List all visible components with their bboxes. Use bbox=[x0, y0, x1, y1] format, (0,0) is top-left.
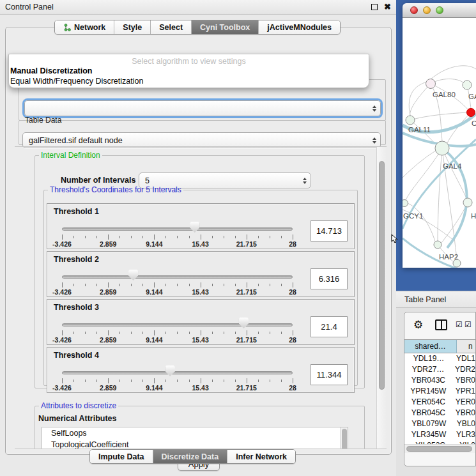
threshold-2-slider-thumb[interactable] bbox=[128, 270, 138, 280]
column-layout-icon[interactable] bbox=[435, 319, 447, 330]
table-row[interactable]: YPR145WYPR1 bbox=[404, 386, 475, 397]
threshold-3-label: Threshold 3 bbox=[54, 303, 99, 312]
network-node-label: GAL4 bbox=[443, 162, 462, 170]
threshold-4-value-field[interactable] bbox=[311, 364, 348, 385]
algorithm-dropdown-popup: Select algorithm to view settings Manual… bbox=[8, 54, 369, 88]
table-panel-title: Table Panel bbox=[404, 295, 446, 304]
node-table-card: ⚙ ☑ ☑ shared… n YDL19…YDL1 YDR27…YDR2 YB… bbox=[404, 312, 476, 466]
table-row[interactable]: YBR045CYBR0 bbox=[404, 408, 475, 418]
settings-scroll-area: Interval Definition Number of Intervals … bbox=[15, 146, 387, 449]
number-of-intervals-value: 5 bbox=[139, 176, 299, 185]
table-toolbar: ⚙ ☑ ☑ bbox=[404, 312, 475, 339]
network-view-window: GAL80GACGAL11GAL4GCY1HHAP2 bbox=[403, 3, 476, 268]
close-icon[interactable]: ✖ bbox=[384, 4, 391, 10]
tab-infer-network[interactable]: Infer Network bbox=[227, 450, 295, 463]
column-header-shared-name[interactable]: shared… bbox=[404, 340, 457, 353]
interval-definition-title: Interval Definition bbox=[39, 151, 102, 160]
attributes-group: Attributes to discretize Numerical Attri… bbox=[35, 401, 365, 449]
network-node-label: GAL11 bbox=[408, 126, 431, 134]
table-data-title: Table Data bbox=[23, 116, 63, 125]
mouse-cursor bbox=[391, 234, 399, 244]
threshold-2-slider-scale: -3.4262.8599.14415.4321.71528 bbox=[62, 288, 293, 296]
gear-icon[interactable]: ⚙ bbox=[413, 318, 423, 332]
table-data-combobox-value: galFiltered.sif default node bbox=[23, 136, 369, 145]
tab-jactivemnodules[interactable]: jActiveMNodules bbox=[259, 20, 340, 34]
threshold-1-slider-thumb[interactable] bbox=[190, 222, 199, 233]
table-horizontal-scrollbar[interactable] bbox=[404, 444, 475, 453]
threshold-3-slider-track[interactable] bbox=[62, 323, 293, 326]
network-canvas[interactable]: GAL80GACGAL11GAL4GCY1HHAP2 bbox=[403, 18, 476, 268]
network-node[interactable] bbox=[463, 198, 472, 207]
threshold-3-value-field[interactable] bbox=[311, 316, 348, 337]
network-node-label: GCY1 bbox=[403, 212, 423, 220]
threshold-1-slider-scale: -3.4262.8599.14415.4321.71528 bbox=[62, 240, 293, 248]
tab-select[interactable]: Select bbox=[151, 20, 192, 34]
tab-cyni-toolbox[interactable]: Cyni Toolbox bbox=[192, 20, 259, 34]
network-node[interactable] bbox=[435, 141, 449, 155]
network-node-label: C bbox=[472, 119, 476, 127]
tab-network[interactable]: Network bbox=[55, 20, 114, 34]
network-node[interactable] bbox=[434, 241, 441, 249]
threshold-1-label: Threshold 1 bbox=[54, 207, 99, 216]
threshold-4-panel: Threshold 4 -3.4262.8599.14415.4321.7152… bbox=[47, 347, 355, 393]
network-node[interactable] bbox=[426, 79, 436, 89]
threshold-1-value-field[interactable] bbox=[311, 220, 348, 242]
menu-item-equal-width-frequency[interactable]: Equal Width/Frequency Discretization bbox=[9, 76, 369, 86]
settings-vertical-scrollbar[interactable] bbox=[376, 147, 387, 449]
desktop-background: GAL80GACGAL11GAL4GCY1HHAP2 Table Panel ⚙… bbox=[396, 0, 476, 476]
network-nodes: GAL80GACGAL11GAL4GCY1HHAP2 bbox=[403, 79, 476, 268]
threshold-4-slider-track[interactable] bbox=[62, 371, 293, 374]
scrollbar-thumb[interactable] bbox=[406, 446, 472, 452]
checkbox-icon[interactable]: ☑ bbox=[456, 320, 463, 329]
thresholds-title: Threshold's Coordinates for 5 Intervals bbox=[48, 185, 183, 194]
network-node[interactable] bbox=[403, 200, 408, 207]
numerical-attributes-list: SelfLoops TopologicalCoefficient Between… bbox=[42, 427, 348, 449]
control-panel-titlebar: Control Panel ✖ bbox=[0, 0, 396, 15]
network-node-label: GAL80 bbox=[433, 91, 456, 98]
interval-definition-group: Interval Definition Number of Intervals … bbox=[35, 151, 365, 388]
table-row[interactable]: YDR27…YDR2 bbox=[404, 364, 475, 375]
minimize-traffic-light[interactable] bbox=[423, 6, 431, 14]
table-panel: Table Panel ⚙ ☑ ☑ shared… n YDL19…YDL1 Y… bbox=[396, 291, 476, 476]
network-node[interactable] bbox=[463, 81, 472, 89]
cyni-mode-tabs: Impute Data Discretize Data Infer Networ… bbox=[89, 449, 296, 464]
threshold-1-panel: Threshold 1 -3.4262.8599.14415.4321.7152… bbox=[47, 203, 355, 249]
network-node[interactable] bbox=[453, 259, 461, 267]
scrollbar-thumb[interactable] bbox=[379, 161, 385, 390]
float-window-icon[interactable] bbox=[371, 4, 378, 10]
table-row[interactable]: YER054CYER0 bbox=[404, 397, 475, 408]
list-item[interactable]: TopologicalCoefficient bbox=[42, 439, 348, 449]
table-row[interactable]: YLR345WYLR3 bbox=[404, 429, 475, 440]
network-node[interactable] bbox=[467, 109, 475, 117]
close-traffic-light[interactable] bbox=[410, 6, 418, 14]
network-node[interactable] bbox=[406, 116, 415, 125]
threshold-3-slider-thumb[interactable] bbox=[239, 318, 249, 328]
menu-item-manual-discretization[interactable]: Manual Discretization bbox=[9, 66, 369, 76]
tab-discretize-data[interactable]: Discretize Data bbox=[153, 450, 228, 463]
table-body: YDL19…YDL1 YDR27…YDR2 YBR043CYBR0 YPR145… bbox=[404, 353, 475, 444]
control-panel: Control Panel ✖ Discretization Algorithm… bbox=[0, 0, 396, 476]
table-row[interactable]: YBL079WYBL0 bbox=[404, 418, 475, 429]
panel-title: Control Panel bbox=[5, 3, 371, 12]
table-data-group: Table Data galFiltered.sif default node bbox=[19, 116, 386, 145]
thresholds-group: Threshold's Coordinates for 5 Intervals … bbox=[43, 185, 358, 386]
table-row[interactable]: YBR043CYBR0 bbox=[404, 375, 475, 386]
tab-impute-data[interactable]: Impute Data bbox=[90, 450, 153, 463]
number-of-intervals-label: Number of Intervals bbox=[61, 176, 135, 185]
chevron-updown-icon bbox=[369, 137, 380, 144]
table-row[interactable]: YDL19…YDL1 bbox=[404, 353, 475, 364]
column-header-name[interactable]: n bbox=[457, 340, 475, 353]
screen: Control Panel ✖ Discretization Algorithm… bbox=[0, 0, 476, 476]
list-item[interactable]: SelfLoops bbox=[42, 427, 348, 439]
tab-style[interactable]: Style bbox=[114, 20, 151, 34]
table-panel-titlebar: Table Panel bbox=[396, 291, 476, 308]
threshold-2-slider-track[interactable] bbox=[62, 275, 293, 279]
threshold-4-slider-thumb[interactable] bbox=[165, 365, 175, 376]
threshold-2-value-field[interactable] bbox=[311, 268, 348, 289]
threshold-1-slider-track[interactable] bbox=[62, 227, 293, 231]
checkbox-icon[interactable]: ☑ bbox=[464, 320, 472, 329]
algorithm-combobox[interactable] bbox=[24, 100, 381, 116]
cyni-toolbox-panel: Discretization Algorithm Table Data galF… bbox=[5, 27, 392, 455]
zoom-traffic-light[interactable] bbox=[436, 6, 443, 14]
attributes-list-scrollbar[interactable] bbox=[340, 427, 348, 449]
